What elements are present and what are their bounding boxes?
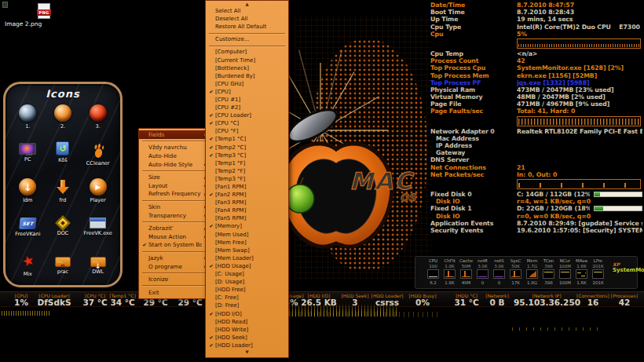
menu-item[interactable]: Zobrazit' — [139, 224, 210, 232]
meter-max-value: 201K — [592, 264, 603, 269]
dock-item[interactable]: Player — [80, 178, 115, 213]
dock-item[interactable]: frd — [46, 178, 81, 213]
dock-item[interactable]: DOC — [46, 215, 81, 250]
menu-item[interactable]: Auto-Hide Style — [139, 160, 210, 169]
field-menu-item[interactable]: Select All — [206, 7, 288, 15]
menu-item[interactable]: Refresh Frequency — [139, 190, 210, 199]
dock-item[interactable]: 3. — [80, 104, 115, 139]
field-menu-item[interactable]: [Temp2 °C] — [206, 144, 288, 152]
status-field: [Processes] 42 — [606, 293, 642, 307]
dock-item[interactable]: ldm — [10, 178, 46, 213]
dock-item[interactable]: FreeVK.exe — [80, 215, 115, 250]
menu-item[interactable]: O programe — [139, 262, 210, 271]
menu-item[interactable]: Exit — [139, 288, 210, 297]
system-info-row: IP Address — [430, 142, 642, 149]
scroll-up-icon[interactable]: ▲ — [206, 2, 288, 7]
field-menu-item[interactable]: [Mem Loader] — [206, 254, 288, 262]
field-menu-item-label: [Computer] — [215, 49, 280, 55]
menu-item[interactable]: Vždy navrchu — [139, 144, 210, 152]
field-menu-item-label: [CPU #1] — [215, 97, 280, 103]
field-menu-item[interactable]: [C: Free] — [206, 294, 288, 302]
field-menu-item[interactable]: [CPU GHz] — [206, 80, 288, 88]
field-menu-item[interactable]: [Fan3 RPM] — [206, 199, 288, 207]
field-menu-item[interactable]: [Bottleneck] — [206, 64, 288, 72]
dock-item[interactable]: CCleaner — [80, 141, 115, 176]
field-menu-item[interactable]: [Mem Used] — [206, 231, 288, 239]
field-menu-item[interactable]: [Mem Swap] — [206, 247, 288, 254]
menu-item[interactable]: Layout — [139, 181, 210, 190]
field-menu-item[interactable]: Restore All Default — [206, 23, 288, 31]
meter-graph — [592, 269, 604, 279]
field-menu-item[interactable]: [D: Usage] — [206, 278, 288, 286]
field-menu-item[interactable]: [CPU °C] — [206, 119, 288, 127]
menu-item[interactable]: Size — [139, 173, 210, 181]
menu-item[interactable]: Fields — [139, 130, 210, 139]
field-menu-item[interactable]: [Burdened By] — [206, 72, 288, 80]
field-menu-item[interactable]: [Fan2 RPM] — [206, 191, 288, 199]
file-label[interactable]: Image 2.png — [5, 20, 42, 27]
system-info-row: Disk IO r=4, w=1 KB/sec, q=0 — [430, 198, 642, 205]
dock-item[interactable]: 1. — [10, 104, 46, 139]
field-menu-item[interactable]: [Fan4 RPM] — [206, 207, 288, 214]
menu-item[interactable]: Auto-Hide — [139, 152, 210, 160]
field-menu-item[interactable]: [Fan1 RPM] — [206, 183, 288, 191]
field-menu-item[interactable]: [CPU °F] — [206, 127, 288, 135]
menu-item[interactable]: Mouse Action — [139, 232, 210, 241]
field-menu-item[interactable]: [Temp3 °C] — [206, 152, 288, 159]
menu-item[interactable]: Start on System Boot — [139, 241, 210, 250]
menu-item[interactable]: Jazyk — [139, 254, 210, 262]
meter-label: ChFlt — [444, 258, 455, 264]
field-menu-item[interactable]: [HDD Loader] — [206, 342, 288, 349]
menu-item[interactable]: Iconize — [139, 275, 210, 283]
field-menu-item[interactable]: [CPU #1] — [206, 96, 288, 104]
meter-trace — [495, 276, 503, 277]
field-menu-item[interactable]: [CPU] — [206, 88, 288, 96]
field-menu-item[interactable]: [Temp1 °F] — [206, 159, 288, 167]
dock-item[interactable]: prac — [46, 252, 81, 287]
status-field-value: DfSdkS — [31, 298, 77, 307]
field-menu-item[interactable]: [Computer] — [206, 48, 288, 56]
menu-item-label: Skin — [148, 203, 202, 210]
field-menu-item[interactable]: [CPU #2] — [206, 104, 288, 112]
field-menu-item[interactable]: [Fan5 RPM] — [206, 214, 288, 222]
status-field: [CPU Loader] DfSdkS — [31, 293, 77, 307]
field-menu-item[interactable]: [Mem Free] — [206, 239, 288, 247]
dock-item[interactable]: FreeVKani — [10, 215, 46, 250]
field-menu-item[interactable]: [C: Usage] — [206, 270, 288, 278]
apple-leaf — [284, 104, 341, 148]
field-menu-item[interactable]: [D: Free] — [206, 302, 288, 309]
scroll-down-icon[interactable]: ▼ — [206, 349, 288, 355]
field-menu-item[interactable]: [Temp3 °F] — [206, 175, 288, 183]
field-menu-item[interactable]: [HDD Usage] — [206, 262, 288, 270]
dock-item[interactable]: DWL — [80, 252, 115, 287]
system-info-row: Fixed Disk 0 C: 14GB / 112GB (12% used) — [430, 191, 642, 198]
dock-item[interactable]: Mix — [10, 252, 46, 287]
field-menu-item[interactable]: [HDD Seek] — [206, 334, 288, 342]
field-menu-item[interactable]: [Temp2 °F] — [206, 167, 288, 175]
meter-label: CPU — [429, 258, 437, 264]
field-menu-item[interactable]: [CPU Loader] — [206, 112, 288, 119]
dock-item[interactable]: 2. — [46, 104, 81, 139]
png-file-icon[interactable]: PNG — [38, 3, 50, 19]
menu-item-label: O programe — [148, 263, 202, 270]
meter-max-value: 398 — [544, 264, 553, 269]
menu-item[interactable]: Transparency — [139, 211, 210, 220]
field-menu-item[interactable]: Customize... — [206, 35, 288, 43]
field-menu-item[interactable]: [HDD Read] — [206, 318, 288, 326]
dock-item[interactable]: Kôš — [46, 141, 81, 176]
field-menu-item[interactable]: [HDD Free] — [206, 286, 288, 294]
small-file-icon[interactable] — [2, 2, 8, 8]
info-label: Page Faults/sec — [430, 108, 517, 115]
meter-trace — [594, 272, 602, 272]
field-menu-item[interactable]: [Memory] — [206, 222, 288, 230]
field-menu-item[interactable]: [HDD I/O] — [206, 309, 288, 317]
set-box-icon — [19, 218, 37, 229]
menu-item-label: Exit — [148, 289, 202, 296]
window-icon — [90, 218, 106, 229]
field-menu-item[interactable]: Deselect All — [206, 15, 288, 23]
menu-item[interactable]: Skin — [139, 203, 210, 211]
dock-item[interactable]: PC — [10, 141, 46, 176]
field-menu-item[interactable]: [HDD Write] — [206, 326, 288, 334]
field-menu-item[interactable]: [Temp1 °C] — [206, 135, 288, 143]
field-menu-item[interactable]: [Current Time] — [206, 56, 288, 64]
